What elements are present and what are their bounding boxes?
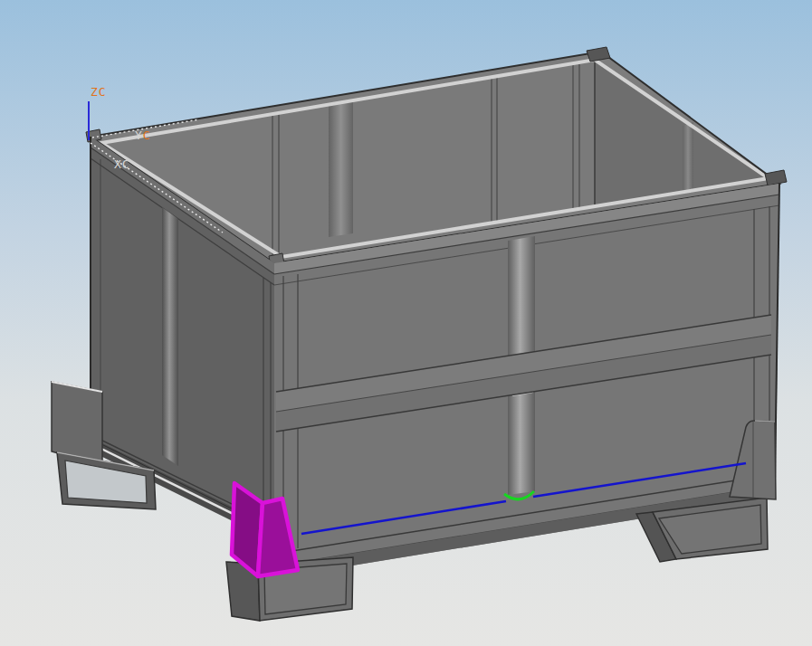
- front-cylinder-upper[interactable]: [508, 236, 535, 356]
- wcs-y-label: YC: [135, 128, 151, 142]
- interior-cylinder-stiffener-right[interactable]: [683, 122, 693, 193]
- front-cylinder-lower[interactable]: [508, 391, 535, 495]
- cad-canvas[interactable]: ZC YC XC: [0, 0, 812, 646]
- wcs-x-label: XC: [114, 157, 130, 171]
- cad-viewport[interactable]: ZC YC XC: [0, 0, 812, 646]
- wcs-z-label: ZC: [91, 85, 107, 99]
- left-cylinder-stiffener[interactable]: [162, 207, 178, 466]
- interior-cylinder-stiffener[interactable]: [329, 101, 353, 237]
